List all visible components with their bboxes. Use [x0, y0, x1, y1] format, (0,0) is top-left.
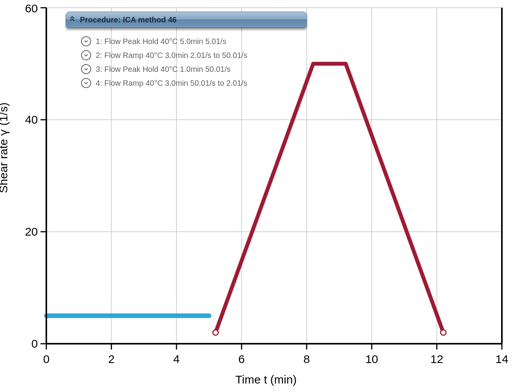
- xtick-label: 6: [238, 353, 245, 365]
- ytick-label: 20: [25, 225, 38, 238]
- chart-container: Shear rate γ̇ (1/s) Time t (min): [0, 0, 532, 392]
- xtick-label: 12: [430, 353, 443, 365]
- procedure-steps: 1: Flow Peak Hold 40°C 5.0min 5.01/s 2: …: [66, 28, 307, 88]
- procedure-step: 1: Flow Peak Hold 40°C 5.0min 5.01/s: [81, 36, 307, 46]
- procedure-step: 2: Flow Ramp 40°C 3.0min 2.01/s to 50.01…: [81, 50, 307, 60]
- xtick-label: 8: [303, 353, 310, 365]
- step-label: 1: Flow Peak Hold 40°C 5.0min 5.01/s: [96, 37, 226, 46]
- expand-step-button[interactable]: [81, 50, 91, 60]
- procedure-title: Procedure: ICA method 46: [80, 15, 176, 24]
- expand-step-button[interactable]: [81, 78, 91, 88]
- expand-step-button[interactable]: [81, 36, 91, 46]
- series-ramp: [215, 64, 443, 333]
- collapse-icon: [70, 12, 75, 27]
- ytick-label: 40: [25, 113, 38, 126]
- xtick-label: 14: [495, 353, 508, 365]
- xtick-label: 10: [365, 353, 378, 365]
- step-label: 3: Flow Peak Hold 40°C 1.0min 50.01/s: [96, 65, 230, 74]
- step-label: 2: Flow Ramp 40°C 3.0min 2.01/s to 50.01…: [96, 51, 247, 60]
- ytick-label: 0: [31, 337, 38, 350]
- procedure-header[interactable]: Procedure: ICA method 46: [66, 12, 307, 28]
- ytick-label: 60: [25, 2, 38, 15]
- xtick-label: 0: [43, 353, 50, 365]
- step-label: 4: Flow Ramp 40°C 3.0min 50.01/s to 2.01…: [96, 79, 247, 88]
- procedure-panel: Procedure: ICA method 46 1: Flow Peak Ho…: [66, 12, 307, 92]
- procedure-step: 3: Flow Peak Hold 40°C 1.0min 50.01/s: [81, 64, 307, 74]
- xtick-label: 2: [108, 353, 115, 365]
- svg-point-12: [213, 330, 218, 335]
- procedure-step: 4: Flow Ramp 40°C 3.0min 50.01/s to 2.01…: [81, 78, 307, 88]
- xtick-label: 4: [173, 353, 180, 365]
- svg-point-13: [441, 330, 446, 335]
- expand-step-button[interactable]: [81, 64, 91, 74]
